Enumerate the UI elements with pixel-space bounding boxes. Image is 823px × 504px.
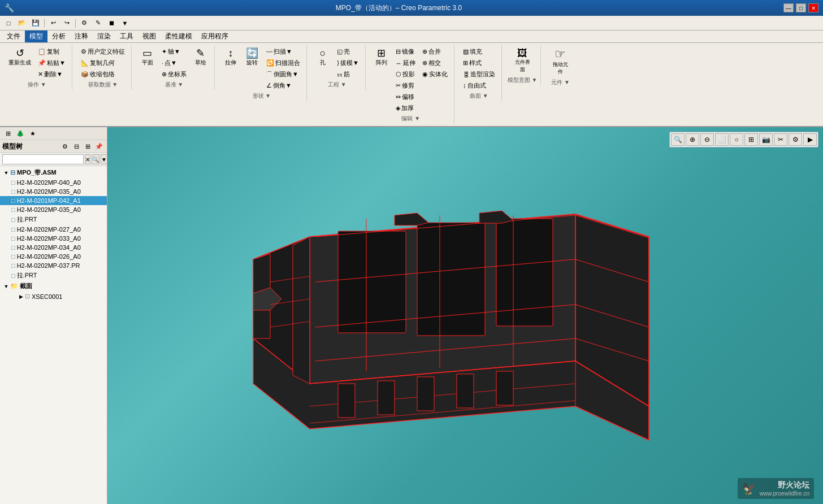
round-button[interactable]: ⌒倒圆角▼ (263, 69, 303, 80)
mirror-button[interactable]: ⊟镜像 (393, 46, 418, 57)
panel-settings-icon[interactable]: ⚙ (59, 141, 71, 151)
panel-grid-button[interactable]: ⊞ (2, 128, 14, 138)
expand-root-icon[interactable]: ▼ (2, 170, 10, 176)
save-button[interactable]: 💾 (29, 18, 42, 29)
new-button[interactable]: □ (2, 18, 15, 29)
project-button[interactable]: ⬡投影 (393, 69, 418, 80)
panel-pin-icon[interactable]: 📌 (93, 141, 105, 151)
tree-item-9[interactable]: □ H2-M-0202MP-026_A0 (0, 252, 107, 261)
tree-item-6[interactable]: □ H2-M-0202MP-027_A0 (0, 225, 107, 234)
component-interface-button[interactable]: 🖼 元件界面 (510, 46, 534, 75)
tree-item-11[interactable]: □ 拉.PRT (0, 270, 107, 281)
search-button[interactable]: 🔍 (92, 154, 99, 164)
solidify-button[interactable]: ◉实体化 (419, 69, 451, 80)
expand-section-icon[interactable]: ▼ (2, 284, 10, 289)
view-sphere-button[interactable]: ○ (730, 133, 743, 146)
axis-button[interactable]: ✦轴▼ (159, 46, 189, 57)
capture-button[interactable]: 📷 (759, 133, 773, 146)
section-cut-button[interactable]: ✂ (774, 133, 787, 146)
style-button[interactable]: ⊞样式 (460, 58, 498, 68)
shrink-wrap-button[interactable]: 📦收缩包络 (78, 69, 128, 80)
zoom-out-button[interactable]: ⊖ (700, 133, 714, 146)
pattern-button[interactable]: ⊞ 阵列 (371, 46, 392, 114)
thicken-button[interactable]: ◈加厚 (393, 103, 418, 114)
more-button[interactable]: ▼ (119, 18, 131, 29)
panel-star-button[interactable]: ★ (27, 128, 38, 138)
drag-component-button[interactable]: ☞ 拖动元件 (548, 46, 572, 77)
fill-button[interactable]: ▨填充 (460, 46, 498, 57)
component-icon-10: □ (11, 262, 15, 269)
user-feature-button[interactable]: ⚙用户定义特征 (78, 46, 128, 57)
close-button[interactable]: ✕ (808, 3, 818, 12)
settings-button[interactable]: ⚙ (78, 18, 90, 29)
panel-columns-icon[interactable]: ⊟ (71, 141, 82, 151)
menu-flexible[interactable]: 柔性建模 (161, 31, 197, 42)
sweep-blend-button[interactable]: 🔁扫描混合 (263, 58, 303, 68)
view-button[interactable]: ◼ (105, 18, 118, 29)
menu-view[interactable]: 视图 (138, 31, 161, 42)
sketch-button[interactable]: ✎ 草绘 (190, 46, 211, 80)
panel-tree-button[interactable]: 🌲 (15, 128, 26, 138)
extend-button[interactable]: ↔延伸 (393, 58, 418, 68)
tree-item-1[interactable]: □ H2-M-0202MP-040_A0 (0, 178, 107, 187)
tree-item-10[interactable]: □ H2-M-0202MP-037.PR (0, 261, 107, 270)
tree-item-2[interactable]: □ H2-M-0202MP-035_A0 (0, 187, 107, 196)
menu-model[interactable]: 模型 (25, 31, 47, 42)
menu-render[interactable]: 渲染 (93, 31, 115, 42)
menu-file[interactable]: 文件 (2, 31, 25, 42)
paste-button[interactable]: 📌粘贴▼ (35, 58, 68, 68)
hole-button[interactable]: ○ 孔 (313, 46, 333, 80)
maximize-button[interactable]: □ (796, 3, 806, 12)
revolve-button[interactable]: 🔄 旋转 (242, 46, 262, 91)
tree-item-xsec[interactable]: ▶ ⊡ XSEC0001 (0, 292, 107, 301)
zoom-fit-button[interactable]: 🔍 (671, 133, 685, 146)
menu-apps[interactable]: 应用程序 (197, 31, 233, 42)
tree-item-7[interactable]: □ H2-M-0202MP-033_A0 (0, 234, 107, 243)
edit-button[interactable]: ✎ (92, 18, 104, 29)
tree-item-section-folder[interactable]: ▼ 📁 截面 (0, 281, 107, 292)
draft-button[interactable]: ⟩拔模▼ (334, 58, 362, 68)
tree-item-3[interactable]: □ H2-M-0201MP-042_A1 (0, 196, 107, 205)
regenerate-button[interactable]: ↺ 重新生成 (6, 46, 34, 68)
svg-rect-29 (378, 381, 395, 415)
tree-item-root[interactable]: ▼ ⊟ MPO_带.ASM (0, 167, 107, 178)
view-box-button[interactable]: ⬜ (715, 133, 729, 146)
clear-search-button[interactable]: ✕ (85, 154, 90, 164)
tree-item-4[interactable]: □ H2-M-0202MP-035_A0 (0, 205, 107, 214)
menu-tools[interactable]: 工具 (115, 31, 138, 42)
search-input[interactable] (2, 154, 84, 164)
menu-analysis[interactable]: 分析 (47, 31, 70, 42)
sweep-button[interactable]: 〰扫描▼ (263, 46, 303, 57)
filter-button[interactable]: ▼ (101, 154, 107, 164)
view-grid-button[interactable]: ⊞ (744, 133, 758, 146)
merge-button[interactable]: ⊕合并 (419, 46, 451, 57)
open-button[interactable]: 📂 (16, 18, 28, 29)
coord-button[interactable]: ⊕坐标系 (159, 69, 189, 80)
tree-item-5[interactable]: □ 拉.PRT (0, 214, 107, 225)
point-button[interactable]: ·点▼ (159, 58, 189, 68)
minimize-button[interactable]: — (783, 3, 794, 12)
rib-button[interactable]: ⚏筋 (334, 69, 362, 80)
trim-button[interactable]: ✂修剪 (393, 80, 418, 91)
viewport[interactable]: 🔍 ⊕ ⊖ ⬜ ○ ⊞ 📷 ✂ ⚙ ▶ (107, 127, 823, 504)
extrude-button[interactable]: ↕ 拉伸 (220, 46, 241, 91)
undo-button[interactable]: ↩ (47, 18, 59, 29)
intersect-button[interactable]: ⊗相交 (419, 58, 451, 68)
plane-button[interactable]: ▭ 平面 (137, 46, 158, 80)
chamfer-button[interactable]: ∠倒角▼ (263, 80, 303, 91)
copy-geom-button[interactable]: 📐复制几何 (78, 58, 128, 68)
tree-item-8[interactable]: □ H2-M-0202MP-034_A0 (0, 243, 107, 252)
offset-button[interactable]: ⇔偏移 (393, 92, 418, 102)
zoom-in-button[interactable]: ⊕ (686, 133, 699, 146)
view-more-button[interactable]: ▶ (803, 133, 817, 146)
freestyle-button[interactable]: ⫶自由式 (460, 80, 498, 91)
panel-filter-settings-icon[interactable]: ⊞ (82, 141, 93, 151)
shell-button[interactable]: ◱壳 (334, 46, 362, 57)
render-model-button[interactable]: 🎛造型渲染 (460, 69, 498, 80)
view-settings-button[interactable]: ⚙ (789, 133, 802, 146)
menu-annotation[interactable]: 注释 (70, 31, 93, 42)
redo-button[interactable]: ↪ (60, 18, 73, 29)
expand-xsec-icon[interactable]: ▶ (17, 294, 25, 299)
copy-button[interactable]: 📋复制 (35, 46, 68, 57)
delete-button[interactable]: ✕删除▼ (35, 69, 68, 80)
